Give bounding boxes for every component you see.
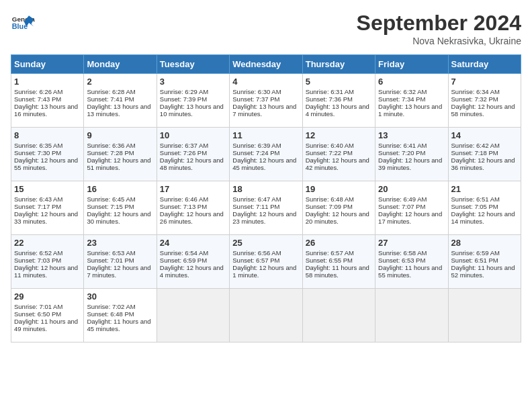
daylight-text: Daylight: 12 hours and 30 minutes. [87, 210, 150, 225]
sunset-text: Sunset: 7:11 PM [232, 203, 279, 210]
sunset-text: Sunset: 7:07 PM [378, 203, 425, 210]
sunrise-text: Sunrise: 6:36 AM [87, 142, 135, 149]
day-number: 1 [14, 77, 81, 87]
daylight-text: Daylight: 11 hours and 45 minutes. [87, 318, 150, 332]
sunrise-text: Sunrise: 6:32 AM [378, 88, 427, 95]
daylight-text: Daylight: 12 hours and 4 minutes. [160, 264, 224, 279]
table-row: 21Sunrise: 6:51 AMSunset: 7:05 PMDayligh… [448, 181, 521, 235]
sunset-text: Sunset: 7:43 PM [14, 95, 61, 103]
day-number: 3 [160, 77, 226, 87]
sunset-text: Sunset: 6:48 PM [87, 310, 134, 318]
sunrise-text: Sunrise: 6:56 AM [232, 249, 281, 257]
day-number: 5 [306, 77, 372, 87]
day-number: 18 [232, 184, 299, 194]
sunrise-text: Sunrise: 6:43 AM [14, 195, 62, 203]
sunrise-text: Sunrise: 6:29 AM [160, 88, 208, 95]
sunrise-text: Sunrise: 7:02 AM [87, 303, 135, 310]
daylight-text: Daylight: 12 hours and 11 minutes. [14, 264, 78, 279]
daylight-text: Daylight: 12 hours and 36 minutes. [451, 156, 515, 171]
day-header-wednesday: Wednesday [230, 55, 302, 74]
daylight-text: Daylight: 13 hours and 10 minutes. [160, 103, 224, 118]
day-number: 24 [160, 238, 226, 248]
daylight-text: Daylight: 12 hours and 26 minutes. [160, 210, 224, 225]
sunrise-text: Sunrise: 6:53 AM [87, 249, 135, 257]
sunset-text: Sunset: 7:03 PM [14, 257, 61, 264]
table-row: 25Sunrise: 6:56 AMSunset: 6:57 PMDayligh… [230, 235, 302, 289]
sunset-text: Sunset: 7:39 PM [160, 95, 207, 103]
day-header-saturday: Saturday [448, 55, 521, 74]
day-number: 12 [306, 130, 372, 140]
daylight-text: Daylight: 12 hours and 45 minutes. [232, 156, 296, 171]
table-row: 9Sunrise: 6:36 AMSunset: 7:28 PMDaylight… [84, 128, 157, 181]
table-row: 10Sunrise: 6:37 AMSunset: 7:26 PMDayligh… [157, 128, 229, 181]
day-number: 21 [451, 184, 518, 194]
day-number: 19 [306, 184, 372, 194]
table-row: 3Sunrise: 6:29 AMSunset: 7:39 PMDaylight… [157, 74, 229, 128]
daylight-text: Daylight: 11 hours and 49 minutes. [14, 318, 78, 332]
sunrise-text: Sunrise: 7:01 AM [14, 303, 62, 310]
day-number: 30 [87, 291, 153, 302]
sunrise-text: Sunrise: 6:47 AM [232, 195, 281, 203]
sunrise-text: Sunrise: 6:28 AM [87, 88, 135, 95]
day-number: 26 [306, 238, 372, 248]
day-number: 16 [87, 184, 153, 194]
sunset-text: Sunset: 7:01 PM [87, 257, 134, 264]
day-number: 4 [232, 77, 299, 87]
day-number: 23 [87, 238, 153, 248]
daylight-text: Daylight: 13 hours and 13 minutes. [87, 103, 150, 118]
sunset-text: Sunset: 7:34 PM [378, 95, 425, 103]
table-row: 7Sunrise: 6:34 AMSunset: 7:32 PMDaylight… [448, 74, 521, 128]
sunset-text: Sunset: 6:50 PM [14, 310, 61, 318]
day-number: 10 [160, 130, 226, 140]
sunrise-text: Sunrise: 6:48 AM [306, 195, 354, 203]
table-row: 15Sunrise: 6:43 AMSunset: 7:17 PMDayligh… [11, 181, 84, 235]
daylight-text: Daylight: 12 hours and 55 minutes. [14, 156, 78, 171]
sunrise-text: Sunrise: 6:34 AM [451, 88, 500, 95]
sunset-text: Sunset: 7:30 PM [14, 149, 61, 156]
day-number: 22 [14, 238, 81, 248]
sunset-text: Sunset: 6:51 PM [451, 257, 498, 264]
table-row: 19Sunrise: 6:48 AMSunset: 7:09 PMDayligh… [302, 181, 375, 235]
table-row [157, 289, 229, 342]
day-number: 17 [160, 184, 226, 194]
sunrise-text: Sunrise: 6:35 AM [14, 142, 62, 149]
sunset-text: Sunset: 7:37 PM [232, 95, 279, 103]
daylight-text: Daylight: 12 hours and 42 minutes. [306, 156, 369, 171]
sunrise-text: Sunrise: 6:40 AM [306, 142, 354, 149]
sunrise-text: Sunrise: 6:54 AM [160, 249, 208, 257]
daylight-text: Daylight: 12 hours and 7 minutes. [87, 264, 150, 279]
daylight-text: Daylight: 12 hours and 48 minutes. [160, 156, 224, 171]
day-number: 28 [451, 238, 518, 248]
table-row: 28Sunrise: 6:59 AMSunset: 6:51 PMDayligh… [448, 235, 521, 289]
table-row: 23Sunrise: 6:53 AMSunset: 7:01 PMDayligh… [84, 235, 157, 289]
day-header-tuesday: Tuesday [157, 55, 229, 74]
daylight-text: Daylight: 13 hours and 1 minute. [378, 103, 442, 118]
daylight-text: Daylight: 12 hours and 51 minutes. [87, 156, 150, 171]
table-row: 14Sunrise: 6:42 AMSunset: 7:18 PMDayligh… [448, 128, 521, 181]
day-number: 27 [378, 238, 445, 248]
sunset-text: Sunset: 7:28 PM [87, 149, 134, 156]
month-title: September 2024 [357, 11, 521, 36]
sunset-text: Sunset: 7:05 PM [451, 203, 498, 210]
sunset-text: Sunset: 7:32 PM [451, 95, 498, 103]
title-block: September 2024 Nova Nekrasivka, Ukraine [357, 11, 521, 46]
table-row: 29Sunrise: 7:01 AMSunset: 6:50 PMDayligh… [11, 289, 84, 342]
sunrise-text: Sunrise: 6:41 AM [378, 142, 427, 149]
sunrise-text: Sunrise: 6:51 AM [451, 195, 500, 203]
day-number: 6 [378, 77, 445, 87]
table-row: 27Sunrise: 6:58 AMSunset: 6:53 PMDayligh… [375, 235, 448, 289]
sunrise-text: Sunrise: 6:39 AM [232, 142, 281, 149]
location: Nova Nekrasivka, Ukraine [357, 36, 521, 46]
day-header-sunday: Sunday [11, 55, 84, 74]
daylight-text: Daylight: 11 hours and 55 minutes. [378, 264, 442, 279]
daylight-text: Daylight: 13 hours and 7 minutes. [232, 103, 296, 118]
table-row [375, 289, 448, 342]
table-row [302, 289, 375, 342]
day-number: 14 [451, 130, 518, 140]
sunset-text: Sunset: 7:41 PM [87, 95, 134, 103]
sunrise-text: Sunrise: 6:52 AM [14, 249, 62, 257]
sunset-text: Sunset: 6:53 PM [378, 257, 425, 264]
sunrise-text: Sunrise: 6:49 AM [378, 195, 427, 203]
table-row: 24Sunrise: 6:54 AMSunset: 6:59 PMDayligh… [157, 235, 229, 289]
logo-icon: General Blue [11, 11, 35, 35]
